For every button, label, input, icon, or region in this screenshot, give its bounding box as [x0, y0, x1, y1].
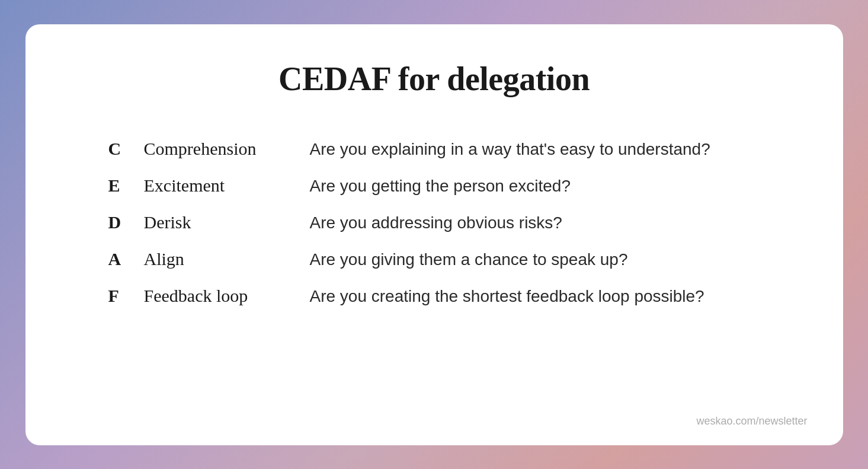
item-description-c: Are you explaining in a way that's easy …: [310, 140, 710, 159]
item-term-e: Excitement: [144, 176, 310, 196]
list-item: A Align Are you giving them a chance to …: [108, 241, 796, 277]
item-letter-c: C: [108, 139, 144, 159]
item-term-c: Comprehension: [144, 139, 310, 159]
footer-attribution: weskao.com/newsletter: [696, 415, 807, 427]
item-description-a: Are you giving them a chance to speak up…: [310, 250, 628, 269]
main-card: CEDAF for delegation C Comprehension Are…: [25, 24, 843, 445]
items-list: C Comprehension Are you explaining in a …: [73, 130, 796, 314]
item-letter-f: F: [108, 286, 144, 306]
item-term-f: Feedback loop: [144, 286, 310, 306]
list-item: E Excitement Are you getting the person …: [108, 167, 796, 204]
list-item: F Feedback loop Are you creating the sho…: [108, 277, 796, 314]
item-description-f: Are you creating the shortest feedback l…: [310, 287, 704, 306]
item-letter-d: D: [108, 212, 144, 232]
item-term-d: Derisk: [144, 212, 310, 232]
item-letter-a: A: [108, 249, 144, 269]
item-description-d: Are you addressing obvious risks?: [310, 213, 562, 232]
item-description-e: Are you getting the person excited?: [310, 177, 571, 196]
item-term-a: Align: [144, 249, 310, 269]
item-letter-e: E: [108, 176, 144, 196]
list-item: C Comprehension Are you explaining in a …: [108, 130, 796, 167]
page-title: CEDAF for delegation: [278, 60, 590, 98]
list-item: D Derisk Are you addressing obvious risk…: [108, 204, 796, 241]
